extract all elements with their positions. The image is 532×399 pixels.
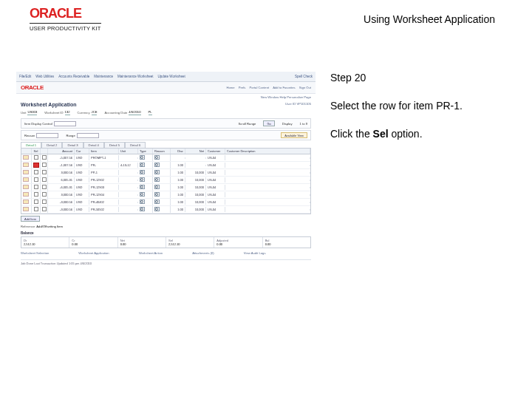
table-row[interactable]: 3,000.56USDPR-129041.0010,000US-04 xyxy=(21,191,310,199)
cell-item: PROMPT-1 xyxy=(89,155,119,160)
flag-checkbox[interactable] xyxy=(42,200,47,204)
link-home[interactable]: Home xyxy=(226,86,234,89)
cell-custdesc xyxy=(225,172,310,174)
cell-item: PP-1 xyxy=(89,170,119,175)
menu-item[interactable]: Web Utilities xyxy=(35,75,54,78)
instruction-line-2: Click the Sel option. xyxy=(330,128,515,140)
lookup-icon[interactable] xyxy=(140,207,145,211)
go-button[interactable]: Go xyxy=(263,120,274,126)
lookup-icon[interactable] xyxy=(140,155,145,160)
tab-detail-3[interactable]: Detail 3 xyxy=(62,142,83,148)
menu-right[interactable]: Spell Check xyxy=(295,75,313,78)
cell-disc: 1.00 xyxy=(171,200,185,205)
tab-detail-5[interactable]: Detail 5 xyxy=(104,142,125,148)
lookup-icon[interactable] xyxy=(154,207,160,211)
lookup-icon[interactable] xyxy=(140,177,145,182)
flag-checkbox[interactable] xyxy=(42,170,47,174)
seq-value: PL xyxy=(149,110,152,115)
table-row[interactable]: -6,005.31USDPR-129031.0010,000US-04 xyxy=(21,184,310,191)
flag-checkbox[interactable] xyxy=(42,163,47,167)
tab-detail-6[interactable]: Detail 6 xyxy=(125,142,146,148)
col-net[interactable]: Net xyxy=(185,149,206,154)
flag-checkbox[interactable] xyxy=(42,207,47,211)
lookup-icon[interactable] xyxy=(140,185,145,189)
cell-unit: 4-13-12 xyxy=(119,163,138,168)
menu-item[interactable]: Maintenance xyxy=(94,75,113,78)
link-ws-application[interactable]: Worksheet Application xyxy=(78,251,109,255)
app-menubar: File/Edit Web Utilities Accounts Receiva… xyxy=(16,72,316,82)
lookup-icon[interactable] xyxy=(154,163,160,167)
col-disc[interactable]: Disc xyxy=(171,149,185,154)
link-attachments[interactable]: Attachments (0) xyxy=(192,251,214,255)
link-ws-action[interactable]: Worksheet Action xyxy=(139,251,163,255)
flag-checkbox[interactable] xyxy=(42,185,47,189)
sel-checkbox[interactable] xyxy=(34,200,38,204)
table-row[interactable]: 6,005.31USDPR-129021.0010,000US-04 xyxy=(21,177,310,184)
col-custdesc[interactable]: Customer Description xyxy=(225,149,310,154)
flag-checkbox[interactable] xyxy=(42,155,47,160)
link-prefs[interactable]: Prefs xyxy=(239,86,246,89)
sel-checkbox[interactable] xyxy=(34,192,38,197)
cell-item: PR-40402 xyxy=(89,200,119,205)
col-reason[interactable]: Reason xyxy=(153,149,171,154)
lookup-icon[interactable] xyxy=(140,192,145,197)
add-item-button[interactable]: Add Item xyxy=(21,216,40,222)
tab-detail-1[interactable]: Detail 1 xyxy=(21,142,41,148)
menu-item[interactable]: File/Edit xyxy=(19,75,31,78)
col-cur[interactable]: Cur xyxy=(75,149,89,154)
lookup-icon[interactable] xyxy=(154,200,160,204)
item-display-select[interactable] xyxy=(54,121,76,126)
cell-custdesc xyxy=(225,202,310,203)
table-row[interactable]: 3,000.56USDPP-11.0010,000US-04 xyxy=(21,169,310,177)
available-view-button[interactable]: Available View xyxy=(281,132,307,138)
link-fav[interactable]: Add to Favorites xyxy=(273,86,296,89)
sel-checkbox[interactable] xyxy=(34,207,38,211)
menu-item[interactable]: Maintenance Worksheet xyxy=(117,75,153,78)
cell-cust: US-04 xyxy=(206,200,225,205)
cell-net: 10,000 xyxy=(185,200,206,205)
cell-cur: USD xyxy=(75,163,89,168)
link-audit[interactable]: View Audit Logs xyxy=(244,251,266,255)
sel-checkbox-highlight[interactable] xyxy=(33,163,39,168)
cur-value: JCE xyxy=(92,110,98,115)
col-amount[interactable]: Amount xyxy=(48,149,75,154)
sel-checkbox[interactable] xyxy=(34,185,38,189)
table-row[interactable]: -3,000.56USDPR-505021.0010,000US-04 xyxy=(21,206,310,214)
link-portal[interactable]: Portal Content xyxy=(249,86,269,89)
ws-label: Worksheet ID xyxy=(44,111,63,115)
menu-item[interactable]: Accounts Receivable xyxy=(58,75,89,78)
col-item[interactable]: Item xyxy=(89,149,119,154)
col-unit[interactable]: Unit xyxy=(119,149,138,154)
doc-title: Using Worksheet Application xyxy=(364,13,495,25)
table-row[interactable]: -1,007.56USDPR-4-13-121.00US-04 xyxy=(21,162,310,169)
cell-unit xyxy=(119,209,138,211)
sel-checkbox[interactable] xyxy=(34,177,38,182)
table-row[interactable]: -5,007.56USDPROMPT-1US-04 xyxy=(21,154,310,162)
cell-amount: -5,007.56 xyxy=(48,155,75,160)
lookup-icon[interactable] xyxy=(140,163,145,167)
lookup-icon[interactable] xyxy=(154,155,160,160)
flag-checkbox[interactable] xyxy=(42,192,47,197)
menu-item[interactable]: Update Worksheet xyxy=(157,75,185,78)
tab-detail-2[interactable]: Detail 2 xyxy=(41,142,62,148)
table-row[interactable]: -3,000.56USDPR-404021.0010,000US-04 xyxy=(21,199,310,206)
sel-checkbox[interactable] xyxy=(34,170,38,174)
cell-net: 10,000 xyxy=(185,192,206,197)
sel-checkbox[interactable] xyxy=(34,155,38,160)
lookup-icon[interactable] xyxy=(140,200,145,204)
col-sel[interactable]: Sel xyxy=(32,149,41,154)
lookup-icon[interactable] xyxy=(154,170,160,174)
subheader-links[interactable]: New Window Help Personalize Page xyxy=(261,95,311,99)
lookup-icon[interactable] xyxy=(154,177,160,182)
tab-detail-4[interactable]: Detail 4 xyxy=(83,142,104,148)
col-cust[interactable]: Customer xyxy=(206,149,225,154)
link-ws-selection[interactable]: Worksheet Selection xyxy=(21,251,49,255)
flag-checkbox[interactable] xyxy=(42,177,47,182)
lookup-icon[interactable] xyxy=(140,170,145,174)
range-input[interactable] xyxy=(77,133,99,138)
link-signout[interactable]: Sign Out xyxy=(299,86,311,89)
reason-input[interactable] xyxy=(36,133,58,138)
lookup-icon[interactable] xyxy=(154,185,160,189)
col-type[interactable]: Type xyxy=(138,149,153,154)
lookup-icon[interactable] xyxy=(154,192,160,197)
